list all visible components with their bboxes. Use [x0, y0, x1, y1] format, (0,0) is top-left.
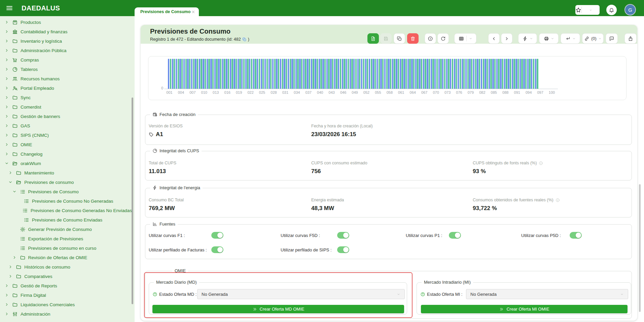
sidebar-item-liquidaciones-comerciales[interactable]: Liquidaciones Comerciales: [0, 300, 132, 309]
bar-serie-azul: [462, 59, 463, 89]
field-cups-con-consumo-estimado: CUPS con consumo estimado756: [311, 161, 367, 175]
x-axis-tick: 076: [456, 90, 462, 94]
sidebar-item-portal-empleado[interactable]: Portal Empleado: [0, 83, 132, 93]
bar-serie-verde: [456, 59, 457, 89]
reload-button[interactable]: [437, 33, 449, 44]
sidebar-item-previsiones-de-consumo-en-curso[interactable]: Previsiones de consumo en curso: [0, 243, 132, 253]
toggle-utilizar-curvas-f1[interactable]: [211, 232, 223, 239]
sidebar-item-previsiones-de-consumo[interactable]: Previsiones de Consumo: [0, 187, 132, 196]
sidebar-item-comparatives[interactable]: Comparatives: [0, 272, 132, 281]
chev-right-icon: [4, 283, 9, 288]
bar-serie-verde: [444, 59, 445, 89]
delete-button[interactable]: [407, 33, 419, 44]
toggle-utilizar-curvas-f5d[interactable]: [337, 232, 349, 239]
notifications-button[interactable]: [606, 5, 617, 15]
sidebar-item-sips-cnmc[interactable]: SIPS (CNMC): [0, 130, 132, 140]
bar-serie-azul: [179, 59, 181, 89]
toggle-utilizar-curvas-p5d[interactable]: [570, 232, 582, 239]
duplicate-button[interactable]: [394, 33, 405, 44]
info-button[interactable]: [425, 33, 436, 44]
sidebar-item-inventario-y-logistica[interactable]: Inventario y logística: [0, 36, 132, 46]
previous-record-button[interactable]: [488, 33, 500, 44]
toggle-utilizar-perfilado-de-sips[interactable]: [337, 246, 349, 253]
estado-oferta-mi-select[interactable]: No Generada: [466, 289, 628, 299]
sidebar-item-productos[interactable]: Productos: [0, 17, 132, 27]
toggle-utilizar-curvas-p1[interactable]: [449, 232, 461, 239]
bar-serie-verde: [332, 59, 333, 89]
sidebar-item-comerdist[interactable]: Comerdist: [0, 102, 132, 112]
sidebar-item-mantenimiento[interactable]: Mantenimiento: [0, 168, 132, 177]
close-icon[interactable]: [191, 10, 195, 14]
sidebar-item-tableros[interactable]: Tableros: [0, 65, 132, 74]
main-scrollbar[interactable]: [639, 184, 641, 312]
sidebar-item-omie[interactable]: OMIE: [0, 140, 132, 149]
bar-serie-azul: [481, 59, 482, 89]
sidebar-item-gestion-de-banners[interactable]: Gestión de banners: [0, 112, 132, 121]
x-axis-tick: 097: [537, 90, 543, 94]
tab-previsiones-de-consumo[interactable]: Previsiones de Consumo: [135, 7, 199, 16]
sidebar-item-previsiones-de-consumo-generadas-no-enviadas[interactable]: Previsiones de Consumo Generadas No Envi…: [0, 206, 132, 215]
sidebar-item-previsiones-de-consumo-no-generadas[interactable]: Previsiones de Consumo No Generadas: [0, 196, 132, 206]
sidebar-item-revision-de-ofertas-de-omie[interactable]: Revisión de Ofertas de OMIE: [0, 253, 132, 262]
chev-right-icon: [8, 265, 13, 269]
sidebar-item-gestio-de-reports[interactable]: Gestió de Reports: [0, 281, 132, 290]
help-circle-icon: [152, 292, 157, 297]
sidebar-item-administracion[interactable]: Administración: [0, 309, 132, 319]
bar-serie-azul: [454, 59, 455, 89]
box-icon: [12, 19, 18, 25]
list-icon: [24, 217, 29, 223]
go-to-button[interactable]: [561, 33, 580, 44]
bar-serie-azul: [365, 59, 366, 89]
print-button[interactable]: [539, 33, 559, 44]
bar-serie-verde: [178, 59, 179, 89]
sidebar-item-changelog[interactable]: Changelog: [0, 149, 132, 159]
chev-right-icon: [4, 20, 9, 25]
sidebar-item-administracion-publica[interactable]: Administración Pública: [0, 46, 132, 55]
bar-serie-verde: [517, 59, 519, 89]
bar-serie-verde: [344, 59, 345, 89]
sidebar-item-sync[interactable]: Sync: [0, 93, 132, 102]
copy-id-icon[interactable]: [242, 37, 247, 42]
sidebar-item-previsiones-de-consumo[interactable]: Previsiones de consumo: [0, 177, 132, 187]
menu-icon[interactable]: [5, 4, 13, 12]
bar-serie-verde: [324, 59, 326, 89]
bar-serie-azul: [392, 59, 393, 89]
table-view-button[interactable]: [454, 33, 476, 44]
next-record-button[interactable]: [501, 33, 512, 44]
crear-oferta-md-button[interactable]: Crear Oferta MD OMIE: [152, 305, 404, 313]
sidebar-item-firma-digital[interactable]: Firma Digital: [0, 290, 132, 300]
bar-serie-azul: [207, 59, 208, 89]
user-avatar[interactable]: G: [624, 4, 636, 15]
favorites-split-button[interactable]: [575, 5, 600, 15]
bar-serie-verde: [297, 59, 298, 89]
bar-serie-azul: [361, 59, 362, 89]
bar-serie-azul: [226, 59, 227, 89]
sidebar-item-previsiones-de-consumo-enviadas[interactable]: Previsiones de Consumo Enviadas: [0, 215, 132, 225]
sidebar-item-generar-prevision-de-consumo[interactable]: Generar Previsión de Consumo: [0, 225, 132, 234]
crear-oferta-mi-button[interactable]: Crear Oferta MI OMIE: [421, 305, 628, 313]
share-button[interactable]: [624, 33, 637, 44]
sidebar-item-historicos-de-consumo[interactable]: Históricos de consumo: [0, 262, 132, 272]
chevron-down-icon[interactable]: [582, 8, 600, 12]
bar-serie-azul: [442, 59, 443, 89]
sidebar-item-label: Exportación de Previsiones: [28, 236, 83, 241]
new-record-button[interactable]: [367, 33, 379, 44]
bar-serie-verde: [467, 59, 469, 89]
bar-serie-azul: [222, 59, 223, 89]
bar-serie-azul: [183, 59, 185, 89]
toggle-utilizar-perfilado-de-facturas[interactable]: [211, 246, 223, 253]
sidebar-item-contabilidad-y-finanzas[interactable]: Contabilidad y finanzas: [0, 27, 132, 36]
star-icon[interactable]: [575, 7, 581, 13]
bar-serie-verde: [529, 59, 530, 89]
estado-oferta-md-select[interactable]: No Generada: [197, 289, 405, 299]
sidebar-item-exportacion-de-previsiones[interactable]: Exportación de Previsiones: [0, 234, 132, 243]
folder-icon: [12, 48, 18, 53]
links-button[interactable]: (0): [582, 33, 604, 44]
sidebar-item-orakwlum[interactable]: orakWlum: [0, 159, 132, 168]
sidebar-item-gas[interactable]: GAS: [0, 121, 132, 130]
sidebar-item-compras[interactable]: Compras: [0, 55, 132, 65]
section-fuentes: Fuentes Utilizar curvas F1 :Utilizar cur…: [145, 224, 632, 259]
sidebar-item-recursos-humanos[interactable]: Recursos humanos: [0, 74, 132, 83]
comments-button[interactable]: [606, 33, 618, 44]
quick-actions-button[interactable]: [518, 33, 537, 44]
